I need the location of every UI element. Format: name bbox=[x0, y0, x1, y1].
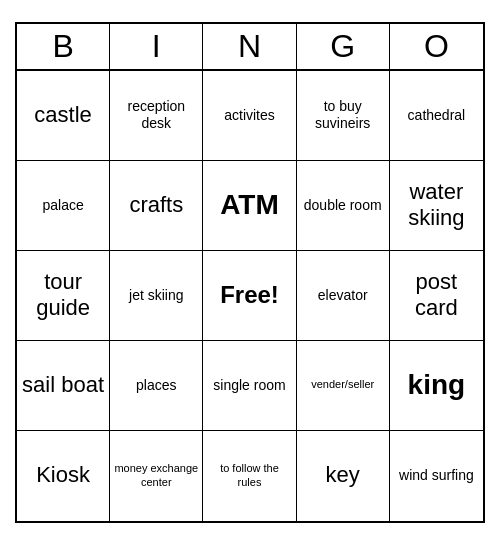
bingo-cell: vender/seller bbox=[297, 341, 390, 431]
bingo-cell: activites bbox=[203, 71, 296, 161]
header-letter: G bbox=[297, 24, 390, 69]
bingo-cell: elevator bbox=[297, 251, 390, 341]
bingo-cell: places bbox=[110, 341, 203, 431]
bingo-cell: reception desk bbox=[110, 71, 203, 161]
bingo-cell: cathedral bbox=[390, 71, 483, 161]
bingo-cell: tour guide bbox=[17, 251, 110, 341]
bingo-cell: water skiing bbox=[390, 161, 483, 251]
bingo-cell: money exchange center bbox=[110, 431, 203, 521]
bingo-cell: castle bbox=[17, 71, 110, 161]
header-letter: O bbox=[390, 24, 483, 69]
bingo-cell: palace bbox=[17, 161, 110, 251]
bingo-cell: Free! bbox=[203, 251, 296, 341]
bingo-header: BINGO bbox=[17, 24, 483, 71]
bingo-cell: key bbox=[297, 431, 390, 521]
bingo-cell: to follow the rules bbox=[203, 431, 296, 521]
bingo-cell: jet skiing bbox=[110, 251, 203, 341]
header-letter: B bbox=[17, 24, 110, 69]
bingo-cell: king bbox=[390, 341, 483, 431]
bingo-cell: sail boat bbox=[17, 341, 110, 431]
bingo-cell: Kiosk bbox=[17, 431, 110, 521]
bingo-cell: post card bbox=[390, 251, 483, 341]
bingo-cell: single room bbox=[203, 341, 296, 431]
bingo-grid: castlereception deskactivitesto buy suvi… bbox=[17, 71, 483, 521]
header-letter: N bbox=[203, 24, 296, 69]
bingo-card: BINGO castlereception deskactivitesto bu… bbox=[15, 22, 485, 523]
bingo-cell: ATM bbox=[203, 161, 296, 251]
bingo-cell: wind surfing bbox=[390, 431, 483, 521]
bingo-cell: crafts bbox=[110, 161, 203, 251]
bingo-cell: to buy suvineirs bbox=[297, 71, 390, 161]
bingo-cell: double room bbox=[297, 161, 390, 251]
header-letter: I bbox=[110, 24, 203, 69]
